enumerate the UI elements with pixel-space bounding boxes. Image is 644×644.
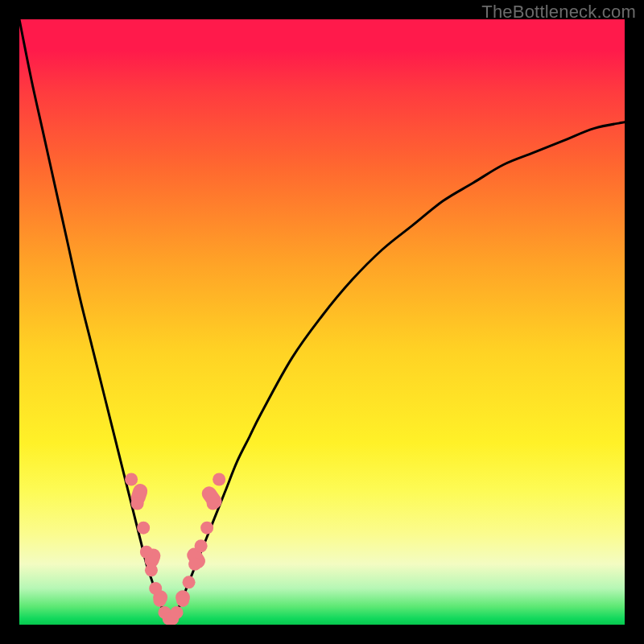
marker-dot-0 <box>125 473 138 486</box>
marker-dot-14 <box>195 539 208 552</box>
marker-dot-13 <box>188 558 201 571</box>
plot-area <box>19 19 625 625</box>
marker-dot-12 <box>183 576 196 588</box>
watermark-text: TheBottleneck.com <box>481 2 636 23</box>
marker-dot-11 <box>176 594 189 607</box>
marker-dot-10 <box>171 606 184 619</box>
marker-dot-3 <box>140 546 153 559</box>
curve-right-branch <box>171 122 625 625</box>
marker-dot-5 <box>149 582 162 595</box>
marker-dot-16 <box>207 497 220 510</box>
marker-dot-15 <box>200 522 213 535</box>
marker-dot-1 <box>131 497 144 510</box>
curve-layer <box>19 19 625 625</box>
marker-dot-17 <box>213 473 225 486</box>
marker-dot-2 <box>137 522 150 535</box>
curve-left-branch <box>19 19 171 625</box>
marker-dot-6 <box>153 594 166 607</box>
chart-frame: TheBottleneck.com <box>0 0 644 644</box>
chart-svg <box>19 19 625 625</box>
marker-dot-4 <box>145 564 158 576</box>
